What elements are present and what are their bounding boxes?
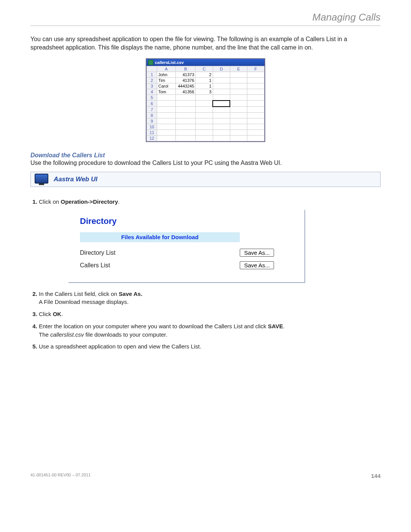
- cell: 41373: [175, 72, 195, 77]
- excel-icon: [148, 60, 153, 65]
- page-number: 144: [371, 473, 381, 479]
- cell: 4443245: [175, 83, 195, 89]
- step-text: file downloads to your computer.: [84, 331, 167, 338]
- cell: 1: [196, 77, 213, 83]
- row-header: 11: [147, 129, 157, 135]
- spreadsheet-titlebar: callersList.csv: [147, 59, 264, 66]
- cell: 2: [196, 72, 213, 77]
- step-bold: Operation->Directory: [61, 198, 118, 205]
- step-1: Click on Operation->Directory. Directory…: [39, 198, 381, 283]
- step-4: Enter the location on your computer wher…: [39, 322, 381, 339]
- step-text: A File Download message displays.: [39, 299, 129, 305]
- spreadsheet-filename: callersList.csv: [155, 60, 184, 65]
- section-subhead: Download the Callers List: [30, 152, 381, 159]
- cell: 41376: [175, 77, 195, 83]
- corner-cell: [147, 66, 157, 72]
- step-text: .: [118, 198, 119, 205]
- step-text: Enter the location on your computer wher…: [39, 323, 268, 329]
- cell: Tim: [157, 77, 176, 83]
- row-header: 3: [147, 83, 157, 89]
- file-label-callers-list: Callers List: [80, 261, 110, 270]
- step-text: In the Callers List field, click on: [39, 291, 119, 297]
- footer-docid: 41-001451-00 REV00 – 07.2011: [30, 473, 91, 479]
- col-header: F: [247, 66, 264, 72]
- files-available-header: Files Available for Download: [80, 232, 240, 242]
- col-header: E: [230, 66, 247, 72]
- file-row: Callers List Save As...: [80, 261, 274, 270]
- cell: 1: [196, 83, 213, 89]
- col-header: A: [157, 66, 176, 72]
- active-cell: [213, 101, 230, 107]
- step-text: Click: [39, 311, 53, 317]
- monitor-icon: [35, 174, 48, 185]
- save-as-button-callers[interactable]: Save As...: [240, 261, 274, 269]
- row-header: 1: [147, 72, 157, 77]
- cell: John: [157, 72, 176, 77]
- row-header: 4: [147, 89, 157, 94]
- step-bold: SAVE: [268, 323, 283, 329]
- file-row: Directory List Save As...: [80, 248, 274, 257]
- step-text: Click on: [39, 198, 61, 205]
- directory-screenshot: Directory Files Available for Download D…: [68, 210, 305, 283]
- col-header: C: [196, 66, 213, 72]
- cell: 41356: [175, 89, 195, 94]
- col-header: D: [213, 66, 230, 72]
- intro-paragraph: You can use any spreadsheet application …: [30, 35, 381, 52]
- step-italic: callerslist.csv: [50, 331, 84, 338]
- row-header: 9: [147, 118, 157, 124]
- row-header: 7: [147, 107, 157, 113]
- row-header: 10: [147, 124, 157, 129]
- step-text: .: [283, 323, 285, 329]
- steps-list: Click on Operation->Directory. Directory…: [30, 198, 381, 351]
- header-rule: [30, 26, 381, 26]
- step-text: .: [61, 311, 63, 317]
- row-header: 5: [147, 94, 157, 101]
- step-text: Use a spreadsheet application to open an…: [39, 343, 201, 350]
- file-label-directory-list: Directory List: [80, 248, 115, 257]
- row-header: 12: [147, 135, 157, 141]
- step-2: In the Callers List field, click on Save…: [39, 290, 381, 307]
- row-header: 2: [147, 77, 157, 83]
- row-header: 8: [147, 112, 157, 118]
- spreadsheet-screenshot: callersList.csv A B C D E F 1John413732 …: [146, 58, 265, 142]
- step-bold: OK: [53, 311, 62, 317]
- banner-label: Aastra Web UI: [54, 176, 97, 183]
- spreadsheet-grid: A B C D E F 1John413732 2Tim413761 3Caro…: [147, 66, 264, 141]
- cell: 3: [196, 89, 213, 94]
- page-header-title: Managing Calls: [30, 11, 381, 23]
- procedure-text: Use the following procedure to download …: [30, 160, 381, 166]
- directory-title: Directory: [80, 215, 293, 227]
- row-header: 6: [147, 101, 157, 107]
- page-footer: 41-001451-00 REV00 – 07.2011 144: [30, 473, 381, 479]
- step-5: Use a spreadsheet application to open an…: [39, 342, 381, 351]
- step-text: The: [39, 331, 50, 338]
- step-3: Click OK.: [39, 310, 381, 318]
- save-as-button-directory[interactable]: Save As...: [240, 249, 274, 257]
- col-header: B: [175, 66, 195, 72]
- cell: Carol: [157, 83, 176, 89]
- cell: Tom: [157, 89, 176, 94]
- web-ui-banner: Aastra Web UI: [30, 172, 381, 187]
- step-bold: Save As.: [119, 291, 142, 297]
